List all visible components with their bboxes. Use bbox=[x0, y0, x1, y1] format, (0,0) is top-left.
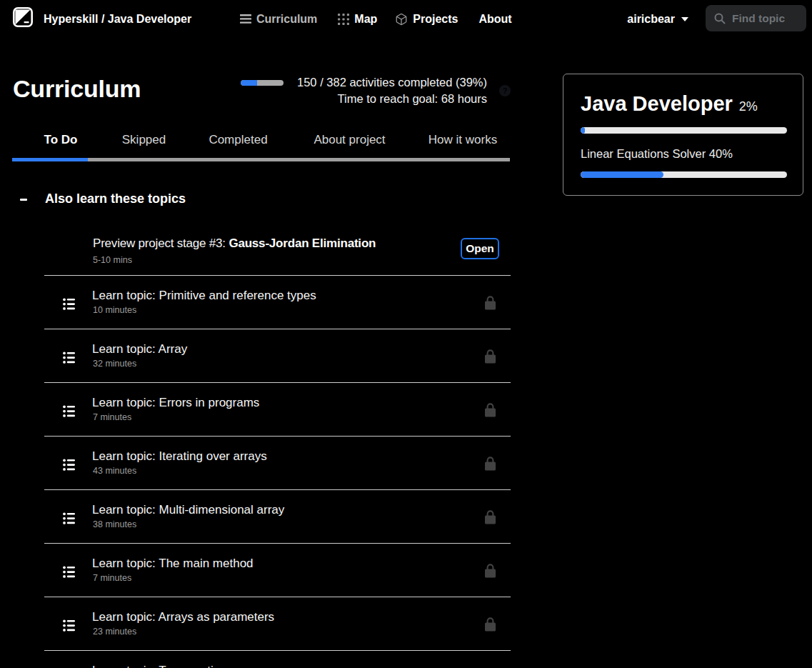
list-icon bbox=[63, 512, 75, 528]
topic-title: Learn topic: Errors in programs bbox=[92, 394, 259, 411]
topic-row[interactable]: Learn topic: Type casting bbox=[44, 650, 511, 668]
tab-how-it-works[interactable]: How it works bbox=[428, 133, 497, 147]
search-box bbox=[706, 5, 806, 31]
topic-minutes: 38 minutes bbox=[93, 519, 136, 530]
project-label: Linear Equations Solver 40% bbox=[581, 146, 733, 161]
list-icon bbox=[63, 298, 75, 314]
topic-minutes: 43 minutes bbox=[93, 466, 136, 477]
nav-item-curriculum[interactable]: Curriculum bbox=[240, 13, 317, 26]
mini-progress-bar bbox=[241, 80, 284, 86]
tab-track bbox=[12, 158, 510, 161]
nav-item-label: Map bbox=[354, 13, 377, 26]
page: Hyperskill / Java Developer Curriculum bbox=[0, 0, 812, 668]
topic-title: Learn topic: Multi-dimensional array bbox=[92, 502, 284, 518]
topic-minutes: 7 minutes bbox=[93, 573, 131, 584]
user-menu[interactable]: airicbear bbox=[627, 0, 688, 38]
topic-row[interactable]: Learn topic: Errors in programs 7 minute… bbox=[44, 382, 511, 436]
lock-icon bbox=[484, 617, 496, 634]
topic-title: Learn topic: Primitive and reference typ… bbox=[92, 287, 316, 304]
track-percent: 2% bbox=[739, 99, 758, 114]
project-progress-bar bbox=[581, 171, 787, 178]
list-icon bbox=[63, 566, 75, 582]
topic-row[interactable]: Learn topic: Arrays as parameters 23 min… bbox=[44, 597, 511, 650]
lock-icon bbox=[484, 402, 496, 420]
topic-row[interactable]: Learn topic: The main method 7 minutes bbox=[44, 543, 511, 597]
nav-item-label: Projects bbox=[413, 13, 458, 26]
lock-icon bbox=[484, 456, 496, 474]
topic-title: Learn topic: Iterating over arrays bbox=[92, 448, 267, 464]
nav-item-about[interactable]: About bbox=[478, 13, 511, 26]
progress-summary: 150 / 382 activities completed (39%) Tim… bbox=[236, 74, 487, 106]
section-title: Also learn these topics bbox=[45, 190, 186, 207]
topic-title: Learn topic: Arrays as parameters bbox=[92, 609, 274, 625]
preview-project-duration: 5-10 mins bbox=[93, 255, 132, 265]
menu-icon bbox=[240, 14, 251, 24]
track-progress-bar bbox=[581, 127, 787, 134]
tab-skipped[interactable]: Skipped bbox=[122, 133, 166, 147]
nav-item-label: About bbox=[478, 13, 511, 26]
list-icon bbox=[63, 405, 75, 421]
brand-title: Hyperskill / Java Developer bbox=[44, 0, 191, 38]
topic-title: Learn topic: Type casting bbox=[92, 662, 227, 668]
navbar: Hyperskill / Java Developer Curriculum bbox=[0, 0, 812, 38]
track-title: Java Developer bbox=[581, 91, 733, 116]
project-progress-fill bbox=[581, 171, 663, 178]
list-icon bbox=[63, 619, 75, 635]
track-progress-fill bbox=[581, 127, 585, 134]
nav-item-projects[interactable]: Projects bbox=[395, 13, 458, 26]
preview-project-row[interactable]: Preview project stage #3: Gauss-Jordan E… bbox=[44, 221, 511, 275]
search-input[interactable] bbox=[732, 12, 803, 25]
list-icon bbox=[63, 352, 75, 367]
collapse-icon[interactable] bbox=[20, 199, 27, 201]
nav-item-map[interactable]: Map bbox=[338, 13, 377, 26]
preview-title-prefix: Preview project stage #3: bbox=[93, 236, 229, 250]
mini-progress-fill bbox=[241, 80, 257, 86]
tab-to-do[interactable]: To Do bbox=[44, 133, 78, 147]
preview-title-strong: Gauss-Jordan Elimination bbox=[229, 236, 376, 250]
grid-icon bbox=[338, 14, 349, 25]
topic-minutes: 10 minutes bbox=[93, 305, 136, 316]
page-title: Curriculum bbox=[13, 75, 141, 102]
topic-minutes: 23 minutes bbox=[93, 627, 136, 637]
card-title-row: Java Developer 2% bbox=[581, 91, 758, 116]
tab-completed[interactable]: Completed bbox=[209, 133, 267, 147]
topic-row[interactable]: Learn topic: Array 32 minutes bbox=[44, 329, 511, 382]
user-name: airicbear bbox=[627, 13, 675, 26]
topic-list: Learn topic: Primitive and reference typ… bbox=[44, 275, 511, 668]
topic-title: Learn topic: The main method bbox=[92, 555, 254, 572]
topic-minutes: 32 minutes bbox=[93, 359, 136, 369]
tab-about-project[interactable]: About project bbox=[314, 133, 385, 147]
lock-icon bbox=[484, 509, 496, 527]
main-nav: Curriculum Map bbox=[240, 0, 512, 38]
chevron-down-icon bbox=[681, 17, 688, 21]
nav-item-label: Curriculum bbox=[256, 13, 317, 26]
search-icon bbox=[714, 13, 726, 24]
cube-icon bbox=[395, 13, 408, 26]
preview-project-title: Preview project stage #3: Gauss-Jordan E… bbox=[93, 236, 376, 251]
topic-title: Learn topic: Array bbox=[92, 341, 187, 357]
topic-minutes: 7 minutes bbox=[93, 412, 131, 423]
track-progress-card: Java Developer 2% Linear Equations Solve… bbox=[563, 74, 803, 196]
open-button[interactable]: Open bbox=[461, 238, 499, 259]
tab-bar: To Do Skipped Completed About project Ho… bbox=[0, 131, 514, 163]
lock-icon bbox=[484, 349, 496, 367]
hyperskill-logo[interactable] bbox=[13, 7, 33, 27]
progress-summary-line2: Time to reach goal: 68 hours bbox=[236, 91, 487, 107]
list-icon bbox=[63, 459, 75, 474]
lock-icon bbox=[484, 563, 496, 581]
tab-active-indicator bbox=[12, 158, 88, 161]
topic-row[interactable]: Learn topic: Iterating over arrays 43 mi… bbox=[44, 436, 511, 489]
lock-icon bbox=[484, 295, 496, 313]
help-icon[interactable]: ? bbox=[499, 85, 511, 96]
topic-row[interactable]: Learn topic: Primitive and reference typ… bbox=[44, 275, 511, 329]
topic-row[interactable]: Learn topic: Multi-dimensional array 38 … bbox=[44, 489, 511, 543]
